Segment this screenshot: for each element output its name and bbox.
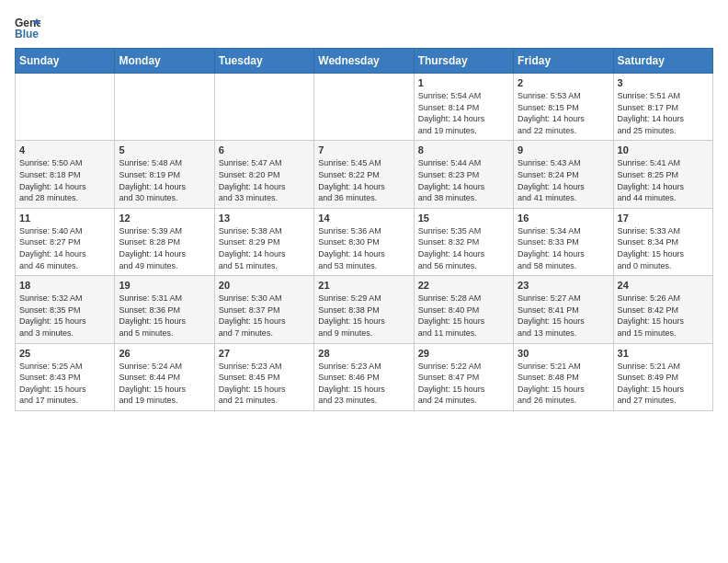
header: General Blue xyxy=(15,15,713,40)
day-number: 2 xyxy=(518,77,609,88)
day-number: 31 xyxy=(618,348,709,359)
day-detail: Sunrise: 5:40 AM Sunset: 8:27 PM Dayligh… xyxy=(19,226,86,270)
day-number: 14 xyxy=(318,213,409,224)
weekday-header-friday: Friday xyxy=(514,49,613,74)
day-detail: Sunrise: 5:53 AM Sunset: 8:15 PM Dayligh… xyxy=(518,91,585,135)
day-number: 5 xyxy=(119,144,210,155)
day-cell: 29Sunrise: 5:22 AM Sunset: 8:47 PM Dayli… xyxy=(414,343,513,410)
day-cell xyxy=(214,74,313,141)
day-cell: 28Sunrise: 5:23 AM Sunset: 8:46 PM Dayli… xyxy=(314,343,414,410)
day-cell: 26Sunrise: 5:24 AM Sunset: 8:44 PM Dayli… xyxy=(115,343,214,410)
day-cell: 11Sunrise: 5:40 AM Sunset: 8:27 PM Dayli… xyxy=(16,208,115,275)
day-cell: 12Sunrise: 5:39 AM Sunset: 8:28 PM Dayli… xyxy=(115,208,214,275)
day-detail: Sunrise: 5:54 AM Sunset: 8:14 PM Dayligh… xyxy=(418,91,485,135)
day-cell: 22Sunrise: 5:28 AM Sunset: 8:40 PM Dayli… xyxy=(414,276,513,343)
day-number: 17 xyxy=(618,213,709,224)
day-detail: Sunrise: 5:50 AM Sunset: 8:18 PM Dayligh… xyxy=(19,158,86,202)
day-cell xyxy=(16,74,115,141)
day-detail: Sunrise: 5:43 AM Sunset: 8:24 PM Dayligh… xyxy=(518,158,585,202)
weekday-header-tuesday: Tuesday xyxy=(214,49,313,74)
day-cell: 13Sunrise: 5:38 AM Sunset: 8:29 PM Dayli… xyxy=(214,208,313,275)
day-detail: Sunrise: 5:23 AM Sunset: 8:45 PM Dayligh… xyxy=(219,362,286,406)
day-detail: Sunrise: 5:24 AM Sunset: 8:44 PM Dayligh… xyxy=(119,362,186,406)
day-cell: 31Sunrise: 5:21 AM Sunset: 8:49 PM Dayli… xyxy=(613,343,712,410)
week-row-4: 18Sunrise: 5:32 AM Sunset: 8:35 PM Dayli… xyxy=(16,276,713,343)
day-cell: 16Sunrise: 5:34 AM Sunset: 8:33 PM Dayli… xyxy=(514,208,613,275)
day-detail: Sunrise: 5:48 AM Sunset: 8:19 PM Dayligh… xyxy=(119,158,186,202)
day-cell: 7Sunrise: 5:45 AM Sunset: 8:22 PM Daylig… xyxy=(314,141,414,208)
day-detail: Sunrise: 5:32 AM Sunset: 8:35 PM Dayligh… xyxy=(19,293,86,338)
day-detail: Sunrise: 5:47 AM Sunset: 8:20 PM Dayligh… xyxy=(219,158,286,202)
day-number: 18 xyxy=(19,280,110,291)
day-detail: Sunrise: 5:51 AM Sunset: 8:17 PM Dayligh… xyxy=(618,91,685,135)
week-row-5: 25Sunrise: 5:25 AM Sunset: 8:43 PM Dayli… xyxy=(16,343,713,410)
weekday-header-saturday: Saturday xyxy=(613,49,712,74)
day-number: 15 xyxy=(418,213,509,224)
day-number: 6 xyxy=(219,144,310,155)
day-number: 12 xyxy=(119,213,210,224)
day-cell: 24Sunrise: 5:26 AM Sunset: 8:42 PM Dayli… xyxy=(613,276,712,343)
day-detail: Sunrise: 5:29 AM Sunset: 8:38 PM Dayligh… xyxy=(318,293,385,338)
day-cell: 1Sunrise: 5:54 AM Sunset: 8:14 PM Daylig… xyxy=(414,74,513,141)
day-number: 16 xyxy=(518,213,609,224)
day-detail: Sunrise: 5:33 AM Sunset: 8:34 PM Dayligh… xyxy=(618,226,685,270)
day-detail: Sunrise: 5:31 AM Sunset: 8:36 PM Dayligh… xyxy=(119,293,186,338)
day-cell: 4Sunrise: 5:50 AM Sunset: 8:18 PM Daylig… xyxy=(16,141,115,208)
day-detail: Sunrise: 5:44 AM Sunset: 8:23 PM Dayligh… xyxy=(418,158,485,202)
weekday-header-thursday: Thursday xyxy=(414,49,513,74)
logo: General Blue xyxy=(15,15,40,40)
day-number: 27 xyxy=(219,348,310,359)
day-number: 25 xyxy=(19,348,110,359)
day-cell: 5Sunrise: 5:48 AM Sunset: 8:19 PM Daylig… xyxy=(115,141,214,208)
day-cell: 27Sunrise: 5:23 AM Sunset: 8:45 PM Dayli… xyxy=(214,343,313,410)
weekday-header-sunday: Sunday xyxy=(16,49,115,74)
day-cell xyxy=(314,74,414,141)
day-number: 1 xyxy=(418,77,509,88)
day-number: 21 xyxy=(318,280,409,291)
day-number: 23 xyxy=(518,280,609,291)
day-cell: 17Sunrise: 5:33 AM Sunset: 8:34 PM Dayli… xyxy=(613,208,712,275)
day-detail: Sunrise: 5:21 AM Sunset: 8:48 PM Dayligh… xyxy=(518,362,585,406)
day-number: 29 xyxy=(418,348,509,359)
day-number: 24 xyxy=(618,280,709,291)
day-cell: 30Sunrise: 5:21 AM Sunset: 8:48 PM Dayli… xyxy=(514,343,613,410)
day-number: 20 xyxy=(219,280,310,291)
day-detail: Sunrise: 5:26 AM Sunset: 8:42 PM Dayligh… xyxy=(618,293,685,338)
day-cell: 20Sunrise: 5:30 AM Sunset: 8:37 PM Dayli… xyxy=(214,276,313,343)
day-cell: 6Sunrise: 5:47 AM Sunset: 8:20 PM Daylig… xyxy=(214,141,313,208)
week-row-2: 4Sunrise: 5:50 AM Sunset: 8:18 PM Daylig… xyxy=(16,141,713,208)
day-detail: Sunrise: 5:45 AM Sunset: 8:22 PM Dayligh… xyxy=(318,158,385,202)
day-number: 26 xyxy=(119,348,210,359)
day-number: 9 xyxy=(518,144,609,155)
logo-icon: General Blue xyxy=(15,15,40,40)
day-cell: 19Sunrise: 5:31 AM Sunset: 8:36 PM Dayli… xyxy=(115,276,214,343)
day-cell: 14Sunrise: 5:36 AM Sunset: 8:30 PM Dayli… xyxy=(314,208,414,275)
day-number: 13 xyxy=(219,213,310,224)
day-cell: 25Sunrise: 5:25 AM Sunset: 8:43 PM Dayli… xyxy=(16,343,115,410)
day-cell: 23Sunrise: 5:27 AM Sunset: 8:41 PM Dayli… xyxy=(514,276,613,343)
day-detail: Sunrise: 5:22 AM Sunset: 8:47 PM Dayligh… xyxy=(418,362,485,406)
day-cell: 3Sunrise: 5:51 AM Sunset: 8:17 PM Daylig… xyxy=(613,74,712,141)
calendar-table: SundayMondayTuesdayWednesdayThursdayFrid… xyxy=(15,48,713,411)
day-detail: Sunrise: 5:25 AM Sunset: 8:43 PM Dayligh… xyxy=(19,362,86,406)
day-cell: 8Sunrise: 5:44 AM Sunset: 8:23 PM Daylig… xyxy=(414,141,513,208)
day-cell: 21Sunrise: 5:29 AM Sunset: 8:38 PM Dayli… xyxy=(314,276,414,343)
day-cell: 2Sunrise: 5:53 AM Sunset: 8:15 PM Daylig… xyxy=(514,74,613,141)
day-number: 4 xyxy=(19,144,110,155)
day-number: 28 xyxy=(318,348,409,359)
day-detail: Sunrise: 5:35 AM Sunset: 8:32 PM Dayligh… xyxy=(418,226,485,270)
day-detail: Sunrise: 5:30 AM Sunset: 8:37 PM Dayligh… xyxy=(219,293,286,338)
day-cell: 9Sunrise: 5:43 AM Sunset: 8:24 PM Daylig… xyxy=(514,141,613,208)
day-detail: Sunrise: 5:23 AM Sunset: 8:46 PM Dayligh… xyxy=(318,362,385,406)
day-number: 8 xyxy=(418,144,509,155)
day-cell: 15Sunrise: 5:35 AM Sunset: 8:32 PM Dayli… xyxy=(414,208,513,275)
day-number: 22 xyxy=(418,280,509,291)
day-cell: 10Sunrise: 5:41 AM Sunset: 8:25 PM Dayli… xyxy=(613,141,712,208)
day-number: 3 xyxy=(618,77,709,88)
day-number: 19 xyxy=(119,280,210,291)
week-row-3: 11Sunrise: 5:40 AM Sunset: 8:27 PM Dayli… xyxy=(16,208,713,275)
day-detail: Sunrise: 5:28 AM Sunset: 8:40 PM Dayligh… xyxy=(418,293,485,338)
day-detail: Sunrise: 5:34 AM Sunset: 8:33 PM Dayligh… xyxy=(518,226,585,270)
day-detail: Sunrise: 5:27 AM Sunset: 8:41 PM Dayligh… xyxy=(518,293,585,338)
weekday-header-row: SundayMondayTuesdayWednesdayThursdayFrid… xyxy=(16,49,713,74)
